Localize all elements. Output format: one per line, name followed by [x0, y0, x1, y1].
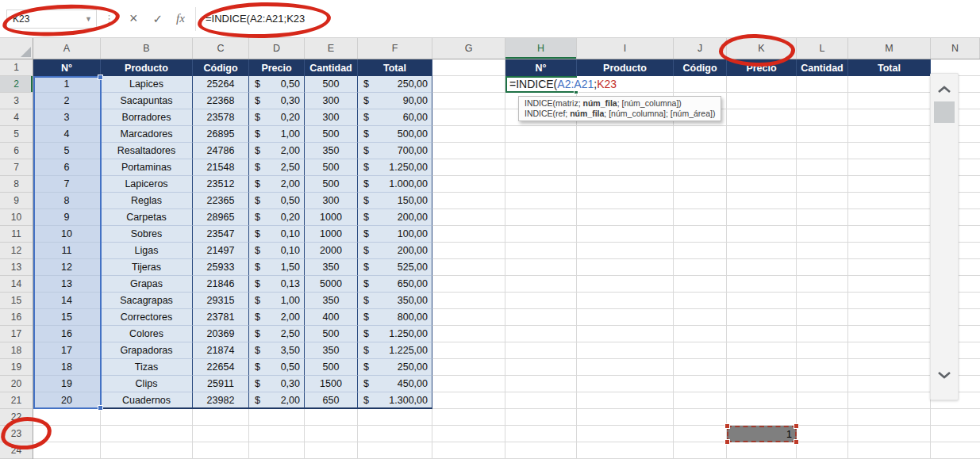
cell[interactable]: 25264: [193, 76, 249, 93]
cell[interactable]: 5000: [305, 276, 358, 293]
cell[interactable]: Carpetas: [101, 209, 193, 226]
row-header-22[interactable]: 22: [0, 409, 33, 426]
cell[interactable]: 9: [33, 209, 101, 226]
column-header-J[interactable]: J: [674, 38, 727, 59]
cell[interactable]: 25933: [193, 259, 249, 276]
cell[interactable]: $0,50: [249, 193, 305, 209]
row-header-18[interactable]: 18: [0, 342, 33, 359]
cell[interactable]: $1.250,00: [358, 159, 432, 176]
cell[interactable]: 20: [33, 392, 101, 409]
cell[interactable]: $2,00: [249, 392, 305, 409]
name-box[interactable]: K23 ▼: [6, 10, 97, 29]
column-header-N[interactable]: N: [931, 38, 980, 59]
cell[interactable]: 23547: [193, 226, 249, 243]
cell[interactable]: 11: [33, 243, 101, 259]
table2-header[interactable]: N°: [505, 59, 577, 76]
cell[interactable]: Marcadores: [101, 126, 193, 143]
cell[interactable]: 24786: [193, 143, 249, 159]
cell[interactable]: $1.225,00: [358, 342, 432, 359]
cell[interactable]: Ligas: [101, 243, 193, 259]
scroll-down-icon[interactable]: [937, 370, 951, 380]
cell[interactable]: 21548: [193, 159, 249, 176]
table1-header[interactable]: Código: [193, 59, 249, 76]
cell[interactable]: 500: [305, 126, 358, 143]
cell[interactable]: 23982: [193, 392, 249, 409]
table1-header[interactable]: N°: [33, 59, 101, 76]
table1-header[interactable]: Total: [358, 59, 432, 76]
cell[interactable]: 8: [33, 193, 101, 209]
cell[interactable]: $100,00: [358, 226, 432, 243]
row-header-17[interactable]: 17: [0, 326, 33, 342]
cell[interactable]: 14: [33, 293, 101, 309]
cell[interactable]: 20369: [193, 326, 249, 342]
table2-header[interactable]: Cantidad: [797, 59, 848, 76]
cell[interactable]: $150,00: [358, 193, 432, 209]
row-header-14[interactable]: 14: [0, 276, 33, 293]
vertical-scrollbar[interactable]: [930, 73, 959, 400]
select-all-corner[interactable]: [0, 38, 33, 59]
cell[interactable]: $2,00: [249, 176, 305, 193]
row-header-8[interactable]: 8: [0, 176, 33, 193]
cell[interactable]: 21874: [193, 342, 249, 359]
cell[interactable]: $250,00: [358, 76, 432, 93]
scrollbar-thumb[interactable]: [934, 101, 955, 123]
cell[interactable]: 6: [33, 159, 101, 176]
table2-header[interactable]: Total: [848, 59, 931, 76]
row-header-20[interactable]: 20: [0, 376, 33, 392]
cell[interactable]: $700,00: [358, 143, 432, 159]
cell[interactable]: 1000: [305, 209, 358, 226]
cell[interactable]: 25911: [193, 376, 249, 392]
row-header-23[interactable]: 23: [0, 426, 33, 442]
row-header-24[interactable]: 24: [0, 442, 33, 459]
cell[interactable]: $1.250,00: [358, 326, 432, 342]
cell[interactable]: $0,50: [249, 359, 305, 376]
row-header-10[interactable]: 10: [0, 209, 33, 226]
cell[interactable]: Portaminas: [101, 159, 193, 176]
cell[interactable]: 500: [305, 326, 358, 342]
row-header-2[interactable]: 2: [0, 76, 33, 93]
range-handle[interactable]: [724, 423, 730, 429]
table1-header[interactable]: Precio: [249, 59, 305, 76]
row-header-7[interactable]: 7: [0, 159, 33, 176]
cell[interactable]: Tijeras: [101, 259, 193, 276]
cell[interactable]: 400: [305, 309, 358, 326]
cell[interactable]: 12: [33, 259, 101, 276]
cell[interactable]: 300: [305, 109, 358, 126]
cell[interactable]: $650,00: [358, 276, 432, 293]
row-header-19[interactable]: 19: [0, 359, 33, 376]
range-handle[interactable]: [794, 423, 799, 429]
column-header-H[interactable]: H: [505, 38, 577, 59]
cell[interactable]: 2: [33, 93, 101, 109]
cell[interactable]: $90,00: [358, 93, 432, 109]
column-header-M[interactable]: M: [848, 38, 931, 59]
cell[interactable]: Grapadoras: [101, 342, 193, 359]
cell[interactable]: $0,50: [249, 76, 305, 93]
cell[interactable]: 500: [305, 176, 358, 193]
row-header-4[interactable]: 4: [0, 109, 33, 126]
row-header-9[interactable]: 9: [0, 193, 33, 209]
range-handle[interactable]: [794, 439, 799, 445]
cell[interactable]: Reglas: [101, 193, 193, 209]
cell[interactable]: 23781: [193, 309, 249, 326]
column-header-G[interactable]: G: [432, 38, 505, 59]
row-header-21[interactable]: 21: [0, 392, 33, 409]
cell[interactable]: 3: [33, 109, 101, 126]
table2-header[interactable]: Producto: [577, 59, 674, 76]
cell[interactable]: Sacagrapas: [101, 293, 193, 309]
column-header-D[interactable]: D: [249, 38, 305, 59]
row-header-5[interactable]: 5: [0, 126, 33, 143]
cell[interactable]: 300: [305, 193, 358, 209]
cell[interactable]: $1,50: [249, 259, 305, 276]
cell[interactable]: $0,20: [249, 109, 305, 126]
cell[interactable]: 4: [33, 126, 101, 143]
table1-header[interactable]: Producto: [101, 59, 193, 76]
cell[interactable]: $1,00: [249, 293, 305, 309]
row-header-16[interactable]: 16: [0, 309, 33, 326]
cell-editor-h2[interactable]: =INDICE(A2:A21;K23: [508, 78, 618, 91]
cell[interactable]: Tizas: [101, 359, 193, 376]
cell[interactable]: 1000: [305, 226, 358, 243]
column-header-F[interactable]: F: [358, 38, 432, 59]
cell[interactable]: 500: [305, 359, 358, 376]
cell[interactable]: 22654: [193, 359, 249, 376]
cell[interactable]: 300: [305, 93, 358, 109]
